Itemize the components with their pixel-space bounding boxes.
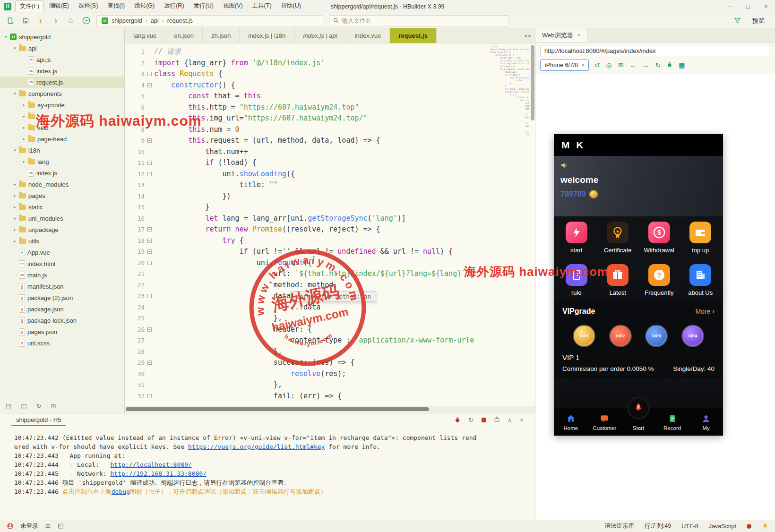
menu-item-2[interactable]: 编辑(E) — [45, 0, 73, 12]
nav-back-icon[interactable]: ← — [629, 61, 636, 69]
fold-icon[interactable] — [147, 72, 152, 76]
tree-item[interactable]: index.js — [0, 65, 124, 77]
tree-item[interactable]: ▾components — [0, 88, 124, 99]
nav-forward-icon[interactable]: → — [642, 61, 649, 69]
menu-item-7[interactable]: 发行(U) — [189, 0, 218, 12]
line-number[interactable]: 12 — [125, 169, 145, 180]
nav-customer[interactable]: Customer — [588, 408, 622, 436]
vertical-scrollbar[interactable] — [530, 43, 535, 406]
url-input[interactable] — [540, 45, 770, 56]
tab-scroll-right-icon[interactable]: ▸ — [528, 33, 531, 39]
breadcrumb-item[interactable]: shippergold — [112, 17, 142, 24]
tree-item[interactable]: App.vue — [0, 247, 124, 258]
menu-item-9[interactable]: 工具(T) — [248, 0, 276, 12]
forward-icon[interactable]: › — [51, 16, 60, 26]
tree-item[interactable]: package-lock.json — [0, 315, 124, 326]
tree-item[interactable]: ▸page-head — [0, 133, 124, 145]
tree-item[interactable]: ▸node_modules — [0, 179, 124, 190]
editor-tab[interactable]: lang.vue — [125, 28, 165, 43]
fold-icon[interactable] — [147, 327, 152, 332]
tree-item[interactable]: ▾shippergold — [0, 31, 124, 43]
maximize-button[interactable]: □ — [739, 0, 757, 13]
console-tab[interactable]: shippergold - H5 — [11, 414, 66, 426]
nav-start[interactable]: Start — [621, 408, 655, 436]
device-selector[interactable]: iPhone 6/7/8 ▾ — [540, 60, 589, 71]
close-button[interactable]: × — [757, 0, 775, 13]
tree-item[interactable]: ▸utils — [0, 235, 124, 247]
record-dot-icon[interactable] — [747, 524, 751, 529]
tree-item[interactable]: manifest.json — [0, 281, 124, 292]
tree-item[interactable]: index.js — [0, 167, 124, 179]
refresh-icon[interactable]: ↻ — [36, 403, 42, 410]
user-account-icon[interactable] — [7, 523, 14, 530]
line-number[interactable]: 14 — [125, 191, 145, 202]
line-number[interactable]: 31 — [125, 379, 145, 391]
editor-tab[interactable]: zh.json — [203, 28, 240, 43]
save-icon[interactable] — [21, 16, 30, 26]
run-icon[interactable] — [81, 16, 91, 26]
console-link[interactable]: http://localhost:8080/ — [111, 461, 192, 468]
line-number[interactable]: 15 — [125, 202, 145, 213]
app-grid-about-us[interactable]: about Us — [680, 259, 722, 301]
menu-item-4[interactable]: 查找(I) — [103, 0, 129, 12]
tree-item[interactable]: main.js — [0, 269, 124, 281]
horizontal-scrollbar[interactable] — [125, 406, 535, 412]
filter-funnel-icon[interactable] — [732, 16, 742, 26]
menu-item-5[interactable]: 跳转(G) — [130, 0, 159, 12]
line-number[interactable]: 28 — [125, 346, 145, 358]
app-grid-withdrawal[interactable]: $Withdrawal — [638, 216, 680, 259]
language-mode[interactable]: JavaScript — [709, 523, 736, 530]
tree-item[interactable]: package.json — [0, 303, 124, 315]
app-grid-start[interactable]: start — [556, 216, 597, 259]
minimap[interactable]: // 请求import {lang_arr} from '@/i18n/inde… — [490, 45, 529, 244]
outline-icon[interactable] — [45, 523, 51, 529]
line-number[interactable]: 21 — [125, 268, 145, 280]
tree-item[interactable]: uni.scss — [0, 337, 124, 349]
browser-tab[interactable]: Web浏览器 × — [535, 28, 587, 42]
search-input[interactable] — [342, 17, 504, 24]
line-number[interactable]: 19 — [125, 246, 145, 257]
app-grid-frequently[interactable]: ?Frequently — [638, 259, 680, 301]
login-status[interactable]: 未登录 — [20, 522, 38, 530]
console-link[interactable]: debug — [112, 488, 130, 495]
file-search-box[interactable] — [329, 15, 508, 26]
menu-item-6[interactable]: 运行(R) — [160, 0, 188, 12]
tree-item[interactable]: ▸unpackage — [0, 224, 124, 235]
syntax-hint-lib[interactable]: 语法提示库 — [604, 522, 634, 530]
line-number[interactable]: 30 — [125, 369, 145, 380]
nav-record[interactable]: Record — [655, 408, 689, 436]
reload-icon[interactable]: ↻ — [655, 61, 661, 69]
breadcrumb[interactable]: U shippergold›api›request.js — [96, 15, 323, 26]
fold-icon[interactable] — [147, 138, 152, 143]
tree-item[interactable]: ▸static — [0, 201, 124, 213]
tree-item[interactable]: index.html — [0, 258, 124, 269]
rerun-icon[interactable]: ↻ — [468, 416, 474, 424]
notification-bell-icon[interactable] — [762, 523, 768, 530]
more-icon[interactable]: ⊞ — [51, 403, 56, 410]
debug-bug-icon[interactable] — [454, 416, 461, 424]
breadcrumb-item[interactable]: api — [151, 17, 159, 24]
fold-icon[interactable] — [147, 261, 152, 265]
line-number[interactable]: 1 — [125, 46, 145, 58]
line-number[interactable]: 17 — [125, 224, 145, 235]
tree-item[interactable]: ▸pages — [0, 190, 124, 201]
menu-item-1[interactable]: 文件(F) — [15, 0, 44, 12]
back-icon[interactable]: ‹ — [36, 16, 45, 26]
menu-item-10[interactable]: 帮助(U) — [277, 0, 305, 12]
menu-item-3[interactable]: 选择(S) — [74, 0, 103, 12]
nav-my[interactable]: My — [689, 408, 723, 436]
line-number[interactable]: 9 — [125, 135, 145, 146]
cursor-position[interactable]: 行:7 列:49 — [645, 522, 671, 530]
line-number[interactable]: 27 — [125, 335, 145, 346]
split-view-icon[interactable]: ◫ — [21, 403, 26, 410]
editor-tab[interactable]: index.js | api — [295, 28, 346, 43]
fold-icon[interactable] — [147, 360, 152, 365]
tree-item[interactable]: ▸uni_modules — [0, 213, 124, 224]
line-number[interactable]: 22 — [125, 280, 145, 291]
encoding[interactable]: UTF-8 — [681, 523, 698, 530]
clear-console-icon[interactable]: × — [520, 416, 524, 424]
editor-tab[interactable]: en.json — [165, 28, 203, 43]
editor-tab[interactable]: index.vue — [346, 28, 390, 43]
fold-icon[interactable] — [147, 161, 152, 165]
line-number[interactable]: 5 — [125, 91, 145, 102]
